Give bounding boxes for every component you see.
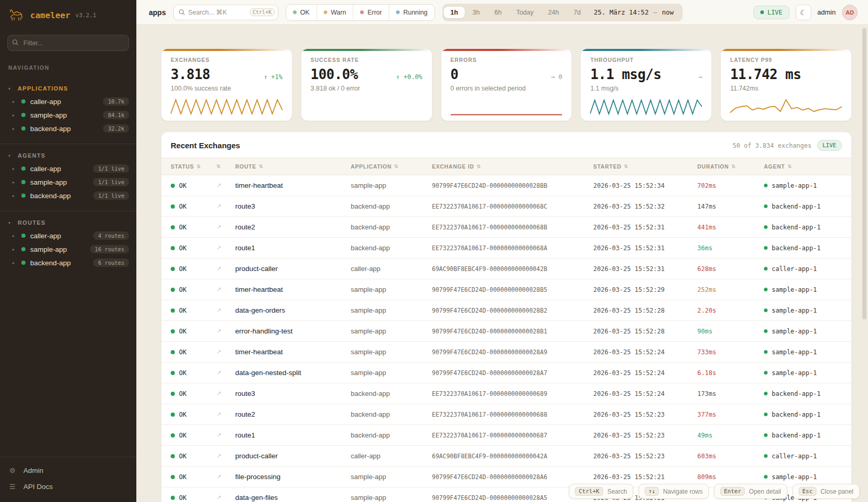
time-range-1h[interactable]: 1h bbox=[444, 7, 465, 18]
open-exchange-icon[interactable]: ↗ bbox=[216, 473, 235, 480]
sidebar-item-backend-app[interactable]: ▸backend-app6 routes bbox=[0, 256, 136, 269]
sidebar-item-caller-app[interactable]: ▸caller-app10.7k bbox=[0, 95, 136, 108]
chevron-right-icon[interactable]: ▸ bbox=[12, 99, 17, 104]
table-row[interactable]: OK↗route1backend-appEE7322370A10617-0000… bbox=[161, 425, 851, 446]
table-row[interactable]: OK↗route1backend-appEE7322370A10617-0000… bbox=[161, 238, 851, 259]
chevron-right-icon[interactable]: ▸ bbox=[12, 194, 17, 198]
table-row[interactable]: OK↗data-gen-orderssample-app90799F47E6CD… bbox=[161, 300, 851, 321]
agent-cell: sample-app-1 bbox=[764, 182, 842, 189]
table-row[interactable]: OK↗error-handling-testsample-app90799F47… bbox=[161, 321, 851, 342]
sidebar-item-sample-app[interactable]: ▸sample-app84.1k bbox=[0, 108, 136, 122]
chevron-down-icon[interactable]: ▾ bbox=[8, 86, 12, 91]
status-dot-icon bbox=[171, 371, 175, 375]
chevron-right-icon[interactable]: ▸ bbox=[12, 247, 17, 252]
open-exchange-icon[interactable]: ↗ bbox=[216, 411, 235, 418]
footer-item-api-docs[interactable]: ☰API Docs bbox=[0, 479, 136, 495]
status-filter-label: OK bbox=[300, 9, 310, 16]
open-exchange-icon[interactable]: ↗ bbox=[216, 244, 235, 251]
column-header-started[interactable]: STARTED⇅ bbox=[593, 163, 697, 170]
time-range-today[interactable]: Today bbox=[509, 7, 540, 18]
live-toggle[interactable]: LIVE bbox=[754, 6, 789, 19]
footer-item-admin[interactable]: ⚙Admin bbox=[0, 462, 136, 479]
open-exchange-icon[interactable]: ↗ bbox=[216, 182, 235, 189]
time-range-7d[interactable]: 7d bbox=[567, 7, 588, 18]
sidebar-item-caller-app[interactable]: ▸caller-app1/1 live bbox=[0, 162, 136, 175]
status-cell: OK bbox=[171, 369, 216, 377]
chevron-down-icon[interactable]: ▾ bbox=[8, 153, 12, 158]
time-range-6h[interactable]: 6h bbox=[488, 7, 508, 18]
status-filter-ok[interactable]: OK bbox=[286, 5, 316, 20]
duration-cell: 809ms bbox=[697, 473, 764, 481]
table-row[interactable]: OK↗route3backend-appEE7322370A10617-0000… bbox=[161, 383, 851, 404]
open-exchange-icon[interactable]: ↗ bbox=[216, 349, 235, 355]
sidebar-item-caller-app[interactable]: ▸caller-app4 routes bbox=[0, 229, 136, 242]
column-header-duration[interactable]: DURATION⇅ bbox=[697, 163, 764, 170]
open-exchange-icon[interactable]: ↗ bbox=[216, 286, 235, 293]
card-sparkline bbox=[730, 97, 842, 117]
sidebar-item-sample-app[interactable]: ▸sample-app16 routes bbox=[0, 242, 136, 256]
status-dot-icon bbox=[171, 454, 175, 458]
column-header-agent[interactable]: AGENT⇅ bbox=[764, 163, 842, 170]
duration-cell: 733ms bbox=[697, 349, 764, 356]
table-row[interactable]: OK↗route2backend-appEE7322370A10617-0000… bbox=[161, 217, 851, 238]
avatar[interactable]: AD bbox=[842, 5, 858, 20]
column-header-exchange-id[interactable]: EXCHANGE ID⇅ bbox=[432, 163, 593, 170]
open-exchange-icon[interactable]: ↗ bbox=[216, 307, 235, 314]
chevron-right-icon[interactable]: ▸ bbox=[12, 180, 17, 185]
open-exchange-icon[interactable]: ↗ bbox=[216, 369, 235, 376]
open-exchange-icon[interactable]: ↗ bbox=[216, 224, 235, 230]
agent-name: sample-app-1 bbox=[772, 307, 817, 314]
nav-section-header[interactable]: ▾AGENTS bbox=[0, 150, 136, 162]
table-row[interactable]: OK↗product-callercaller-app69AC90BF8EBC4… bbox=[161, 446, 851, 467]
column-header-expand[interactable]: ⇅ bbox=[216, 164, 235, 169]
chevron-right-icon[interactable]: ▸ bbox=[12, 113, 17, 118]
sort-icon: ⇅ bbox=[787, 164, 792, 169]
shortcut-kbd: Ctrl+K bbox=[575, 487, 603, 496]
column-header-status[interactable]: STATUS⇅ bbox=[171, 163, 216, 170]
sidebar-item-backend-app[interactable]: ▸backend-app1/1 live bbox=[0, 189, 136, 202]
status-dot-icon bbox=[171, 308, 175, 313]
shortcut-hint-navigate-rows: ↑↓Navigate rows bbox=[639, 484, 709, 499]
status-filter-running[interactable]: Running bbox=[389, 5, 435, 20]
column-header-route[interactable]: ROUTE⇅ bbox=[235, 163, 351, 170]
table-row[interactable]: OK↗timer-heartbeatsample-app90799F47E6CD… bbox=[161, 279, 851, 300]
time-range-24h[interactable]: 24h bbox=[541, 7, 566, 18]
table-row[interactable]: OK↗route3backend-appEE7322370A10617-0000… bbox=[161, 196, 851, 217]
time-range-3h[interactable]: 3h bbox=[466, 7, 487, 18]
open-exchange-icon[interactable]: ↗ bbox=[216, 328, 235, 334]
chevron-right-icon[interactable]: ▸ bbox=[12, 166, 17, 171]
open-exchange-icon[interactable]: ↗ bbox=[216, 432, 235, 439]
card-value-row: 100.0%↑ +0.0% bbox=[311, 67, 423, 82]
agent-name: caller-app-1 bbox=[772, 265, 817, 273]
open-exchange-icon[interactable]: ↗ bbox=[216, 203, 235, 210]
chevron-right-icon[interactable]: ▸ bbox=[12, 234, 17, 238]
sidebar-item-backend-app[interactable]: ▸backend-app32.2k bbox=[0, 122, 136, 135]
chevron-right-icon[interactable]: ▸ bbox=[12, 261, 17, 265]
column-header-application[interactable]: APPLICATION⇅ bbox=[351, 163, 432, 170]
exchange-id-cell: EE7322370A10617-000000000000068C bbox=[432, 203, 593, 210]
table-row[interactable]: OK↗product-callercaller-app69AC90BF8EBC4… bbox=[161, 259, 851, 279]
status-label: OK bbox=[179, 369, 186, 377]
open-exchange-icon[interactable]: ↗ bbox=[216, 453, 235, 459]
filter-input[interactable] bbox=[7, 35, 129, 51]
chevron-down-icon[interactable]: ▾ bbox=[8, 221, 12, 225]
scrollbar-thumb[interactable] bbox=[862, 28, 866, 319]
table-row[interactable]: OK↗route2backend-appEE7322370A10617-0000… bbox=[161, 404, 851, 425]
search-input[interactable] bbox=[188, 9, 247, 16]
nav-section-header[interactable]: ▾ROUTES bbox=[0, 217, 136, 229]
status-filter-warn[interactable]: Warn bbox=[316, 5, 353, 20]
theme-toggle-button[interactable]: ☾ bbox=[796, 5, 811, 20]
table-row[interactable]: OK↗data-gen-nested-splitsample-app90799F… bbox=[161, 363, 851, 383]
chevron-right-icon[interactable]: ▸ bbox=[12, 126, 17, 131]
keyboard-shortcut-hints: Ctrl+KSearch↑↓Navigate rowsEnterOpen det… bbox=[569, 484, 860, 499]
nav-section-header[interactable]: ▾APPLICATIONS bbox=[0, 83, 136, 95]
open-exchange-icon[interactable]: ↗ bbox=[216, 265, 235, 272]
table-row[interactable]: OK↗timer-heartbeatsample-app90799F47E6CD… bbox=[161, 342, 851, 363]
global-search[interactable]: Ctrl+K bbox=[173, 5, 278, 20]
table-row[interactable]: OK↗timer-heartbeatsample-app90799F47E6CD… bbox=[161, 175, 851, 196]
status-filter-error[interactable]: Error bbox=[353, 5, 389, 20]
sidebar-item-sample-app[interactable]: ▸sample-app1/1 live bbox=[0, 175, 136, 189]
open-exchange-icon[interactable]: ↗ bbox=[216, 494, 235, 501]
open-exchange-icon[interactable]: ↗ bbox=[216, 390, 235, 397]
app-version: v3.2.1 bbox=[75, 12, 96, 19]
